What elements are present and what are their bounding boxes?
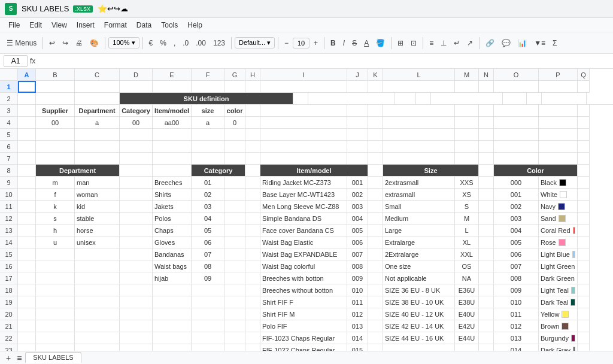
currency-button[interactable]: € xyxy=(146,37,156,49)
text-wrap-button[interactable]: ↵ xyxy=(451,37,463,49)
nav-sheet-icon[interactable]: ≡ xyxy=(14,352,24,364)
cell-c2[interactable] xyxy=(75,93,120,105)
menu-help[interactable]: Help xyxy=(184,20,206,31)
col-header-a[interactable]: A xyxy=(18,69,36,81)
paint-format-button[interactable]: 🎨 xyxy=(87,37,102,49)
cell-p2[interactable] xyxy=(587,93,613,105)
cell-i1[interactable] xyxy=(260,81,347,93)
cell-e1[interactable] xyxy=(153,81,192,93)
align-v-button[interactable]: ⊥ xyxy=(438,37,450,49)
italic-button[interactable]: I xyxy=(340,37,348,49)
cell-reference[interactable]: A1 xyxy=(4,55,28,67)
redo-button[interactable]: ↪ xyxy=(59,37,71,49)
menu-edit[interactable]: Edit xyxy=(26,20,45,31)
cell-c1[interactable] xyxy=(75,81,120,93)
cell-k1[interactable] xyxy=(368,81,383,93)
bold-button[interactable]: B xyxy=(327,37,339,49)
redo-icon[interactable]: ↪ xyxy=(114,4,120,13)
zoom-selector[interactable]: 100% ▾ xyxy=(108,37,139,48)
cell-b2[interactable] xyxy=(36,93,75,105)
cell-h2[interactable] xyxy=(293,93,308,105)
cell-l1[interactable] xyxy=(383,81,455,93)
cell-n1[interactable] xyxy=(479,81,494,93)
cell-f1[interactable] xyxy=(192,81,224,93)
cell-i2[interactable] xyxy=(308,93,395,105)
col-header-f[interactable]: F xyxy=(192,69,224,81)
cell-n2[interactable] xyxy=(527,93,542,105)
cell-k2[interactable] xyxy=(416,93,431,105)
menu-data[interactable]: Data xyxy=(133,20,155,31)
add-sheet-icon[interactable]: + xyxy=(4,352,13,364)
col-header-q[interactable]: Q xyxy=(578,69,590,81)
cat-code: 08 xyxy=(192,260,224,272)
cell-d1[interactable] xyxy=(120,81,153,93)
menus-button[interactable]: ☰ Menus xyxy=(4,37,40,49)
cell-h1[interactable] xyxy=(245,81,260,93)
cell-j1[interactable] xyxy=(347,81,368,93)
dept-code: s xyxy=(36,213,75,225)
cell-j2[interactable] xyxy=(395,93,416,105)
col-header-p[interactable]: P xyxy=(539,69,578,81)
rotate-text-button[interactable]: ↗ xyxy=(464,37,476,49)
col-header-i[interactable]: I xyxy=(260,69,347,81)
col-header-l[interactable]: L xyxy=(383,69,455,81)
star-icon[interactable]: ⭐ xyxy=(98,4,107,13)
formula-input[interactable] xyxy=(38,56,609,66)
cell-d2[interactable]: SKU definition xyxy=(120,93,293,105)
col-header-b[interactable]: B xyxy=(36,69,75,81)
sheet-tab-sku-labels[interactable]: SKU LABELS xyxy=(25,352,81,363)
format123-button[interactable]: 123 xyxy=(210,37,228,49)
undo-icon[interactable]: ↩ xyxy=(107,4,114,13)
filter-button[interactable]: ▼≡ xyxy=(531,37,548,49)
strikethrough-button[interactable]: S xyxy=(349,37,360,49)
col-header-g[interactable]: G xyxy=(224,69,245,81)
font-selector[interactable]: Default... ▾ xyxy=(235,37,275,48)
font-size-increase[interactable]: + xyxy=(311,37,321,49)
col-header-c[interactable]: C xyxy=(75,69,120,81)
cell-q1[interactable] xyxy=(578,81,590,93)
menu-tools[interactable]: Tools xyxy=(157,20,181,31)
cell-b1[interactable] xyxy=(36,81,75,93)
comma-button[interactable]: , xyxy=(171,37,178,49)
dec-decimals-button[interactable]: .0 xyxy=(180,37,192,49)
fill-color-button[interactable]: 🪣 xyxy=(373,37,388,49)
sum-button[interactable]: Σ xyxy=(550,37,560,49)
align-h-button[interactable]: ≡ xyxy=(426,37,436,49)
font-size-decrease[interactable]: − xyxy=(281,37,292,49)
col-header-o[interactable]: O xyxy=(494,69,539,81)
cell-l2[interactable] xyxy=(431,93,503,105)
font-color-button[interactable]: A xyxy=(361,37,372,49)
menu-format[interactable]: Format xyxy=(101,20,131,31)
cell-a2[interactable] xyxy=(18,93,36,105)
cell-p1[interactable] xyxy=(539,81,578,93)
chart-button[interactable]: 📊 xyxy=(515,37,530,49)
col-header-h[interactable]: H xyxy=(245,69,260,81)
cell-o1[interactable] xyxy=(494,81,539,93)
table-row: 6 xyxy=(0,141,613,153)
col-header-d[interactable]: D xyxy=(120,69,153,81)
color-name: Yellow xyxy=(539,308,578,320)
menu-view[interactable]: View xyxy=(48,20,71,31)
cell-m2[interactable] xyxy=(503,93,527,105)
undo-button[interactable]: ↩ xyxy=(46,37,58,49)
merge-center-button[interactable]: ⊡ xyxy=(408,37,420,49)
font-size-input[interactable]: 10 xyxy=(293,38,309,48)
col-header-j[interactable]: J xyxy=(347,69,368,81)
size-code: XS xyxy=(455,189,479,201)
cell-a1[interactable] xyxy=(18,81,36,93)
cell-g1[interactable] xyxy=(224,81,245,93)
col-header-e[interactable]: E xyxy=(153,69,192,81)
cell-o2[interactable] xyxy=(542,93,587,105)
print-button[interactable]: 🖨 xyxy=(72,37,86,49)
col-header-m[interactable]: M xyxy=(455,69,479,81)
comment-button[interactable]: 💬 xyxy=(499,37,514,49)
link-button[interactable]: 🔗 xyxy=(482,37,497,49)
col-header-n[interactable]: N xyxy=(479,69,494,81)
col-header-k[interactable]: K xyxy=(368,69,383,81)
menu-file[interactable]: File xyxy=(5,20,23,31)
borders-button[interactable]: ⊞ xyxy=(394,37,406,49)
add-decimals-button[interactable]: .00 xyxy=(193,37,209,49)
cell-m1[interactable] xyxy=(455,81,479,93)
menu-insert[interactable]: Insert xyxy=(73,20,98,31)
percent-button[interactable]: % xyxy=(157,37,169,49)
